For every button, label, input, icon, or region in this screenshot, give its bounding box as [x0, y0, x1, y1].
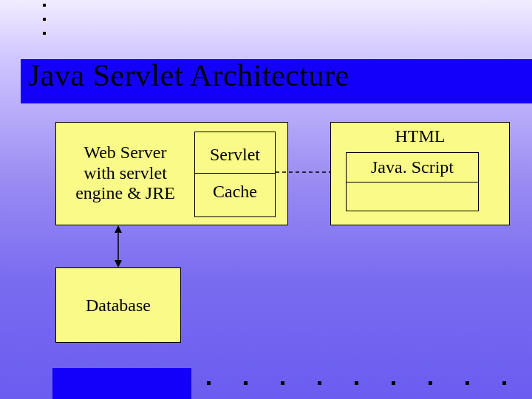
servlet-cache-divider: [195, 173, 275, 174]
cache-label: Cache: [194, 182, 276, 202]
decorative-bullets-top: [43, 4, 46, 46]
javascript-label: Java. Script: [346, 157, 479, 177]
decorative-bottom-bar: [52, 368, 191, 399]
connector-server-to-database: [111, 225, 126, 267]
decorative-bullets-bottom: [207, 381, 506, 385]
javascript-divider: [347, 182, 478, 183]
svg-marker-2: [115, 225, 122, 233]
web-server-label: Web Server with servlet engine & JRE: [68, 143, 183, 204]
connector-servlet-to-html: [276, 171, 330, 174]
html-label: HTML: [330, 126, 510, 146]
servlet-label: Servlet: [194, 145, 276, 165]
database-label: Database: [55, 296, 181, 316]
slide-title: Java Servlet Architecture: [28, 58, 349, 93]
svg-marker-3: [115, 260, 122, 267]
slide: Java Servlet Architecture Web Server wit…: [0, 0, 532, 399]
